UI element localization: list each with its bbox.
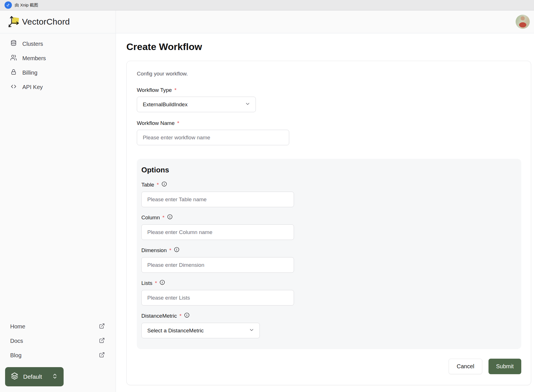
distance-metric-select[interactable]: Select a DistanceMetric [141,323,260,338]
sidebar-link-blog[interactable]: Blog [0,348,116,363]
dimension-field: Dimension * [141,247,517,273]
project-switcher-button[interactable]: Default [5,367,64,386]
info-icon[interactable] [159,280,165,287]
chevron-down-icon [249,327,254,334]
sidebar-item-label: Billing [22,70,37,76]
workflow-type-value: ExternalBuildIndex [143,101,187,108]
xnip-scissors-icon: ✂ [5,1,12,9]
column-input[interactable] [141,224,294,240]
main-content: Create Workflow Config your workflow. Wo… [116,33,534,392]
sidebar-item-members[interactable]: Members [0,51,116,66]
lists-field: Lists * [141,280,517,306]
vectorchord-logo-icon [8,15,20,29]
external-link-icon [99,352,105,359]
brand-header: VectorChord [0,10,116,33]
distance-metric-label: DistanceMetric * [141,312,517,319]
required-asterisk: * [162,215,164,221]
external-link-icon [99,337,105,345]
required-asterisk: * [174,87,176,93]
database-icon [10,40,17,48]
page-title: Create Workflow [126,41,531,52]
lists-input[interactable] [141,290,294,306]
table-field: Table * [141,181,517,207]
distance-metric-value: Select a DistanceMetric [147,328,204,334]
lock-icon [10,69,17,77]
sidebar-link-docs[interactable]: Docs [0,334,116,348]
options-heading: Options [141,166,517,174]
distance-metric-field: DistanceMetric * Select a DistanceMetric [141,312,517,338]
required-asterisk: * [155,280,157,286]
sidebar-item-label: API Key [22,84,43,90]
sidebar: VectorChord Clusters [0,10,116,392]
main-header [116,10,534,33]
required-asterisk: * [169,247,171,254]
chevron-down-icon [245,101,250,108]
sidebar-item-label: Members [22,55,46,62]
code-icon [10,83,17,91]
footer-link-label: Docs [10,338,23,344]
sidebar-link-home[interactable]: Home [0,319,116,334]
capture-topbar-label: 由 Xnip 截图 [15,3,38,8]
workflow-type-label: Workflow Type * [137,87,521,93]
footer-link-label: Blog [10,352,21,359]
required-asterisk: * [157,182,159,188]
project-switcher-label: Default [23,373,42,380]
lists-label: Lists * [141,280,517,287]
create-workflow-card: Config your workflow. Workflow Type * Ex… [126,61,531,385]
column-field: Column * [141,214,517,240]
workflow-name-label: Workflow Name * [137,120,521,126]
table-input[interactable] [141,192,294,207]
sidebar-nav: Clusters Members [0,33,116,94]
required-asterisk: * [180,313,181,319]
form-actions: Cancel Submit [137,359,521,374]
submit-button[interactable]: Submit [488,359,521,374]
info-icon[interactable] [167,214,173,221]
info-icon[interactable] [174,247,180,254]
user-avatar[interactable] [516,15,530,29]
info-icon[interactable] [161,181,167,188]
chevrons-up-down-icon [52,373,58,381]
dimension-label: Dimension * [141,247,517,254]
external-link-icon [99,323,105,330]
capture-topbar: ✂ 由 Xnip 截图 [0,0,534,10]
required-asterisk: * [177,120,179,126]
sidebar-item-label: Clusters [22,41,43,47]
sidebar-item-api-key[interactable]: API Key [0,80,116,94]
card-description: Config your workflow. [137,71,521,77]
workflow-type-field: Workflow Type * ExternalBuildIndex [137,87,521,112]
sidebar-item-clusters[interactable]: Clusters [0,37,116,51]
dimension-input[interactable] [141,257,294,273]
users-icon [10,54,17,62]
table-label: Table * [141,181,517,188]
sidebar-footer: Home Docs Blog [0,319,116,392]
footer-link-label: Home [10,323,25,330]
workflow-type-select[interactable]: ExternalBuildIndex [137,97,256,112]
workflow-name-field: Workflow Name * [137,120,521,145]
brand-name: VectorChord [22,17,70,27]
options-panel: Options Table * Column [137,159,521,349]
cancel-button[interactable]: Cancel [449,359,482,374]
layers-icon [11,372,18,381]
sidebar-item-billing[interactable]: Billing [0,66,116,80]
workflow-name-input[interactable] [137,130,289,145]
column-label: Column * [141,214,517,221]
info-icon[interactable] [184,312,190,319]
